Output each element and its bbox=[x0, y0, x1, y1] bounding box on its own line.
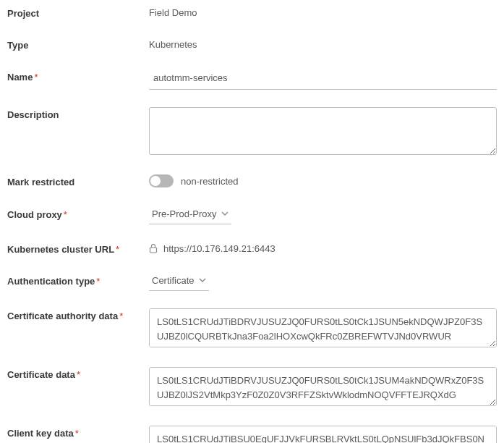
row-ca-data: Certificate authority data* bbox=[7, 308, 497, 350]
label-ca-data-text: Certificate authority data bbox=[7, 311, 118, 321]
label-cert-data: Certificate data* bbox=[7, 367, 149, 381]
label-k8s-url: Kubernetes cluster URL* bbox=[7, 242, 149, 256]
label-project: Project bbox=[7, 6, 149, 20]
svg-rect-0 bbox=[150, 248, 157, 253]
label-auth-type: Authentication type* bbox=[7, 274, 149, 288]
value-type: Kubernetes bbox=[149, 38, 497, 50]
cert-data-textarea[interactable] bbox=[149, 367, 497, 406]
required-asterisk: * bbox=[96, 276, 100, 287]
label-name: Name* bbox=[7, 69, 149, 84]
row-type: Type Kubernetes bbox=[7, 38, 497, 52]
label-ca-data: Certificate authority data* bbox=[7, 308, 149, 323]
required-asterisk: * bbox=[64, 209, 67, 220]
row-description: Description bbox=[7, 107, 497, 157]
description-textarea[interactable] bbox=[149, 107, 497, 155]
label-cert-data-text: Certificate data bbox=[7, 369, 75, 380]
label-k8s-url-text: Kubernetes cluster URL bbox=[7, 244, 114, 255]
chevron-down-icon bbox=[199, 277, 206, 284]
label-description: Description bbox=[7, 107, 149, 122]
label-mark-restricted: Mark restricted bbox=[7, 174, 149, 189]
toggle-knob bbox=[150, 176, 161, 186]
row-project: Project Field Demo bbox=[7, 6, 497, 20]
client-key-data-textarea[interactable] bbox=[149, 426, 497, 443]
label-name-text: Name bbox=[7, 72, 33, 83]
auth-type-selected: Certificate bbox=[152, 275, 195, 286]
row-client-key-data: Client key data* bbox=[7, 426, 497, 443]
required-asterisk: * bbox=[119, 311, 123, 321]
required-asterisk: * bbox=[34, 72, 38, 83]
auth-type-select[interactable]: Certificate bbox=[149, 274, 209, 291]
row-auth-type: Authentication type* Certificate bbox=[7, 274, 497, 291]
row-cert-data: Certificate data* bbox=[7, 367, 497, 408]
k8s-url-value: https://10.176.149.21:6443 bbox=[163, 243, 276, 254]
row-cloud-proxy: Cloud proxy* Pre-Prod-Proxy bbox=[7, 207, 497, 224]
restricted-text: non-restricted bbox=[181, 176, 238, 187]
k8s-endpoint-form: Project Field Demo Type Kubernetes Name*… bbox=[0, 0, 504, 443]
name-input[interactable] bbox=[149, 69, 497, 90]
ca-data-textarea[interactable] bbox=[149, 308, 497, 347]
row-name: Name* bbox=[7, 69, 497, 90]
cloud-proxy-selected: Pre-Prod-Proxy bbox=[152, 208, 217, 219]
restricted-toggle[interactable] bbox=[149, 174, 174, 187]
cloud-proxy-select[interactable]: Pre-Prod-Proxy bbox=[149, 207, 231, 224]
label-cloud-proxy-text: Cloud proxy bbox=[7, 209, 62, 220]
label-client-key-data: Client key data* bbox=[7, 426, 149, 440]
row-k8s-url: Kubernetes cluster URL* https://10.176.1… bbox=[7, 242, 497, 256]
row-mark-restricted: Mark restricted non-restricted bbox=[7, 174, 497, 189]
label-client-key-data-text: Client key data bbox=[7, 428, 74, 439]
label-auth-type-text: Authentication type bbox=[7, 276, 95, 287]
lock-icon bbox=[149, 243, 158, 253]
required-asterisk: * bbox=[116, 244, 119, 255]
value-project: Field Demo bbox=[149, 6, 497, 18]
required-asterisk: * bbox=[77, 369, 80, 380]
chevron-down-icon bbox=[221, 210, 228, 217]
required-asterisk: * bbox=[75, 428, 79, 439]
label-type: Type bbox=[7, 38, 149, 52]
label-cloud-proxy: Cloud proxy* bbox=[7, 207, 149, 222]
